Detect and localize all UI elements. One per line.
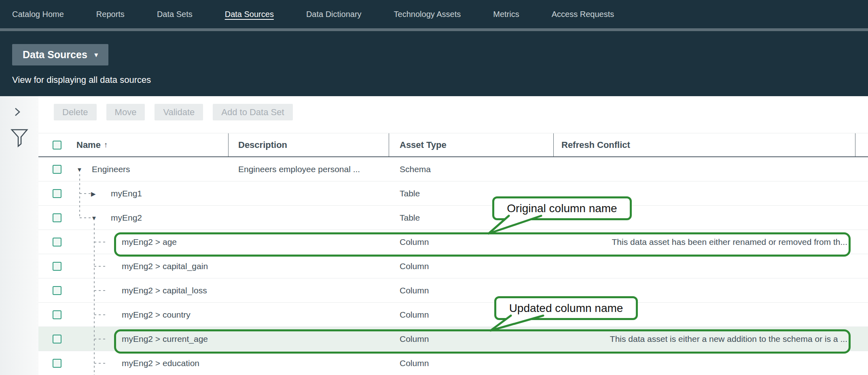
asset-description <box>229 254 389 278</box>
refresh-conflict-message <box>554 351 855 375</box>
nav-item-technology-assets[interactable]: Technology Assets <box>394 0 461 28</box>
expand-caret-icon[interactable]: ▶ <box>91 190 96 196</box>
table-row: myEng2 > current_ageColumnThis data asse… <box>38 327 868 351</box>
column-header-asset-type[interactable]: Asset Type <box>389 133 554 156</box>
row-checkbox[interactable] <box>53 238 61 246</box>
asset-description <box>229 303 389 327</box>
collapse-caret-icon[interactable]: ▼ <box>76 166 83 172</box>
nav-item-data-dictionary[interactable]: Data Dictionary <box>306 0 362 28</box>
row-checkbox[interactable] <box>53 189 61 198</box>
view-description: View for displaying all data sources <box>12 75 868 85</box>
table-row: ▼EngineersEngineers employee personal ..… <box>38 157 868 181</box>
row-checkbox[interactable] <box>53 359 61 368</box>
refresh-conflict-message <box>554 181 855 205</box>
nav-item-catalog-home[interactable]: Catalog Home <box>12 0 64 28</box>
table-row: myEng2 > educationColumn <box>38 351 868 375</box>
table-row: myEng2 > capital_lossColumn <box>38 278 868 303</box>
nav-item-reports[interactable]: Reports <box>96 0 125 28</box>
expand-panel-icon[interactable] <box>13 106 21 120</box>
nav-item-data-sets[interactable]: Data Sets <box>157 0 193 28</box>
asset-name[interactable]: myEng2 > capital_loss <box>67 286 207 295</box>
table-body: ▼EngineersEngineers employee personal ..… <box>38 157 868 375</box>
asset-type: Column <box>389 230 554 254</box>
refresh-conflict-message <box>554 278 855 302</box>
add-to-data-set-button[interactable]: Add to Data Set <box>213 104 292 120</box>
asset-type: Column <box>389 303 554 327</box>
table-row: myEng2 > countryColumn <box>38 303 868 327</box>
select-all-checkbox[interactable] <box>53 141 61 150</box>
move-button[interactable]: Move <box>106 104 145 120</box>
refresh-conflict-message <box>554 303 855 327</box>
asset-name[interactable]: myEng1 <box>67 189 142 198</box>
asset-name[interactable]: myEng2 > education <box>67 358 199 368</box>
refresh-conflict-message: This data asset is either a new addition… <box>554 327 855 351</box>
chevron-down-icon: ▾ <box>95 51 98 59</box>
asset-type: Table <box>389 206 554 230</box>
table-row: ▶myEng1Table <box>38 181 868 206</box>
asset-name[interactable]: myEng2 > capital_gain <box>67 261 208 271</box>
view-selector-label: Data Sources <box>23 49 87 61</box>
refresh-conflict-message <box>554 254 855 278</box>
asset-name[interactable]: myEng2 <box>67 213 142 223</box>
asset-type: Column <box>389 351 554 375</box>
collapse-caret-icon[interactable]: ▼ <box>91 215 97 221</box>
asset-description <box>229 278 389 302</box>
left-panel <box>0 96 38 375</box>
asset-description <box>229 230 389 254</box>
asset-description <box>229 327 389 351</box>
asset-type: Table <box>389 181 554 205</box>
filter-icon[interactable] <box>11 129 28 150</box>
asset-type: Column <box>389 254 554 278</box>
asset-type: Column <box>389 327 554 351</box>
delete-button[interactable]: Delete <box>54 104 97 120</box>
table-row: myEng2 > capital_gainColumn <box>38 254 868 278</box>
refresh-conflict-message: This data asset has been either renamed … <box>554 230 855 254</box>
data-sources-panel: DeleteMoveValidateAdd to Data Set Name ↑… <box>38 96 868 375</box>
table-row: myEng2 > ageColumnThis data asset has be… <box>38 230 868 254</box>
row-checkbox[interactable] <box>53 262 61 271</box>
row-checkbox[interactable] <box>53 310 61 319</box>
nav-item-access-requests[interactable]: Access Requests <box>552 0 614 28</box>
page-header: Data Sources ▾ View for displaying all d… <box>0 31 868 96</box>
table-row: ▼myEng2Table <box>38 206 868 230</box>
sort-ascending-icon: ↑ <box>104 141 108 150</box>
refresh-conflict-message <box>554 157 855 181</box>
column-header-refresh-conflict[interactable]: Refresh Conflict <box>554 133 855 156</box>
asset-description <box>229 206 389 230</box>
validate-button[interactable]: Validate <box>155 104 203 120</box>
asset-name[interactable]: myEng2 > country <box>67 310 191 320</box>
table-header-row: Name ↑ Description Asset Type Refresh Co… <box>38 133 868 157</box>
row-checkbox[interactable] <box>53 165 61 174</box>
row-checkbox[interactable] <box>53 213 61 222</box>
nav-item-data-sources[interactable]: Data Sources <box>225 0 274 28</box>
column-header-description[interactable]: Description <box>229 133 389 156</box>
bulk-actions-toolbar: DeleteMoveValidateAdd to Data Set <box>38 96 868 133</box>
view-selector-button[interactable]: Data Sources ▾ <box>12 44 108 65</box>
asset-name[interactable]: myEng2 > current_age <box>67 334 208 344</box>
row-checkbox[interactable] <box>53 335 61 343</box>
row-checkbox[interactable] <box>53 286 61 295</box>
column-header-name[interactable]: Name ↑ <box>67 133 229 156</box>
refresh-conflict-message <box>554 206 855 230</box>
asset-type: Schema <box>389 157 554 181</box>
nav-divider <box>0 28 868 31</box>
asset-description <box>229 181 389 205</box>
nav-item-metrics[interactable]: Metrics <box>493 0 519 28</box>
asset-description <box>229 351 389 375</box>
top-navigation: Catalog HomeReportsData SetsData Sources… <box>0 0 868 31</box>
asset-type: Column <box>389 278 554 302</box>
asset-description: Engineers employee personal ... <box>229 157 389 181</box>
asset-name[interactable]: myEng2 > age <box>67 237 177 247</box>
nav-items: Catalog HomeReportsData SetsData Sources… <box>0 0 868 28</box>
